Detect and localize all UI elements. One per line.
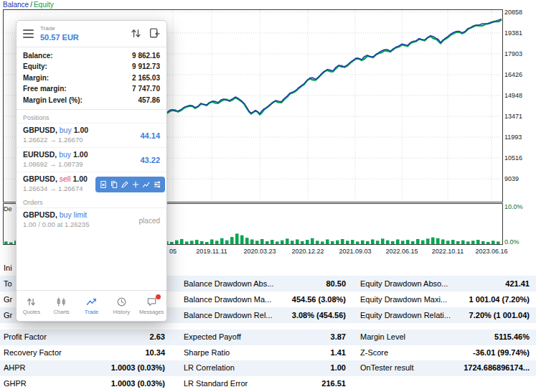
y-tick: 19381 (504, 29, 535, 37)
quotes-icon (26, 297, 37, 307)
new-order-icon[interactable] (149, 27, 161, 39)
stats-cell: LR Correlation1.00 (169, 360, 354, 376)
stat-label: Equity Drawdown Relati... (360, 307, 451, 323)
stats-row: AHPR1.0003 (0.03%)LR Correlation1.00OnTe… (0, 360, 536, 376)
stats-cell: Recovery Factor10.34 (0, 345, 169, 361)
stat-label: Sharpe Ratio (184, 345, 230, 361)
stats-cell: OnTester result1724.686896174... (354, 360, 536, 376)
stat-label: Balance Drawdown Abs... (184, 276, 273, 291)
stat-value: 2.63 (150, 330, 165, 345)
orders-section-header: Orders (17, 196, 166, 207)
account-header-value: 50.57 EUR (40, 33, 79, 42)
positions-section-header: Positions (17, 111, 166, 123)
position-direction: sell (60, 174, 71, 183)
position-volume: 1.00 (74, 126, 88, 134)
stats-row: Profit Factor2.63Expected Payoff3.87Marg… (0, 330, 536, 345)
stat-label: Z-Score (360, 345, 388, 361)
order-type: buy limit (60, 210, 88, 219)
chart-icon[interactable] (142, 180, 151, 189)
drawdown-axis-bottom: 0.0% (504, 238, 535, 246)
trade-icon (86, 297, 97, 307)
stats-cell: Balance Drawdown Abs...80.50 (169, 276, 354, 291)
sort-deals-icon[interactable] (130, 27, 142, 39)
charts-icon (56, 297, 67, 307)
position-volume: 1.00 (72, 174, 87, 183)
order-status: placed (139, 216, 160, 224)
position-prices: 1.26622 → 1.26670 (23, 136, 160, 144)
stat-value: 454.56 (3.08%) (292, 291, 346, 307)
account-row-free-margin: Free margin:7 747.70 (17, 83, 166, 95)
stat-label: To (4, 276, 12, 291)
tab-history[interactable]: History (106, 291, 136, 321)
stats-cell: Sharpe Ratio1.41 (169, 345, 354, 361)
details-filter-icon[interactable] (153, 180, 161, 189)
y-tick: 17903 (504, 50, 535, 57)
stat-value: 421.41 (505, 276, 530, 291)
divider (17, 109, 166, 110)
modify-position-icon[interactable] (121, 180, 129, 189)
menu-icon[interactable] (23, 29, 34, 38)
stats-cell: Margin Level5115.46% (354, 330, 536, 345)
messages-badge (156, 294, 161, 299)
x-tick: 2020.12.22 (283, 248, 333, 255)
account-row-equity: Equity:9 912.73 (17, 61, 166, 73)
account-row-margin: Margin:2 165.03 (17, 73, 166, 84)
position-row[interactable]: EURUSD, buy 1.00 1.08692 → 1.08739 43.22 (17, 147, 166, 172)
drawdown-axis-top: 10.0% (504, 203, 535, 210)
y-tick: 9039 (504, 175, 535, 182)
order-row[interactable]: GBPUSD, buy limit 1.00 / 0.00 at 1.26235… (17, 207, 166, 232)
x-tick: 2019.11.11 (187, 248, 237, 255)
stat-value: -36.01 (99.74%) (473, 345, 530, 361)
drawdown-left-label-fragment: De (4, 205, 12, 213)
stat-label: Equity Drawdown Maxi... (360, 291, 447, 307)
stats-cell: Profit Factor2.63 (0, 330, 169, 345)
stats-cell: GHPR1.0003 (0.03%) (0, 376, 169, 392)
stat-label: Balance Drawdown Rel... (184, 307, 273, 323)
account-row-margin-level: Margin Level (%):457.86 (17, 95, 166, 106)
stat-label: OnTester result (360, 360, 414, 376)
tab-messages[interactable]: Messages (136, 291, 166, 321)
tab-label: Messages (139, 309, 164, 315)
stats-cell (169, 260, 354, 276)
x-tick: 2023.06.16 (466, 248, 517, 255)
stats-cell: Equity Drawdown Abso...421.41 (354, 276, 536, 291)
stats-table-ratios: Profit Factor2.63Expected Payoff3.87Marg… (0, 330, 536, 392)
stat-label: Margin Level (360, 330, 405, 345)
chart-legend: Balance/Equity (3, 1, 54, 9)
close-position-icon[interactable] (99, 180, 108, 189)
divider (17, 47, 166, 47)
history-icon (116, 297, 127, 307)
stat-label: Gr (4, 291, 12, 307)
position-row[interactable]: GBPUSD, buy 1.00 1.26622 → 1.26670 44.14 (17, 123, 166, 147)
position-symbol: GBPUSD, (23, 126, 57, 134)
stat-value: 1.41 (331, 345, 346, 361)
position-direction: buy (59, 150, 71, 159)
stat-value: 3.87 (331, 330, 346, 345)
bottom-tab-bar: Quotes Charts Trade History Messages (17, 290, 166, 321)
y-tick: 16426 (504, 71, 535, 78)
stats-cell: AHPR1.0003 (0.03%) (0, 360, 169, 376)
position-profit: 43.22 (140, 156, 160, 164)
legend-equity: Equity (34, 1, 54, 9)
position-row-selected[interactable]: GBPUSD, sell 1.00 1.26634 → 1.26674 (17, 172, 166, 196)
trade-panel-header: Trade 50.57 EUR (17, 21, 166, 45)
add-order-icon[interactable] (131, 180, 140, 189)
stat-value: 1 001.04 (7.20%) (469, 291, 530, 307)
stats-row: GHPR1.0003 (0.03%)LR Standard Error216.5… (0, 376, 536, 392)
tab-label: Quotes (23, 309, 40, 315)
position-volume: 1.00 (73, 150, 88, 159)
stat-label: GHPR (4, 376, 27, 392)
y-tick: 10516 (504, 154, 535, 162)
y-tick: 20858 (504, 9, 535, 16)
x-tick: 2021.09.03 (330, 248, 380, 255)
stat-label: Equity Drawdown Abso... (360, 276, 448, 291)
y-tick: 11993 (504, 134, 535, 141)
tab-quotes[interactable]: Quotes (17, 291, 47, 321)
stat-label: LR Correlation (184, 360, 235, 376)
stat-label: Expected Payoff (184, 330, 241, 345)
tab-trade[interactable]: Trade (77, 291, 107, 321)
tab-charts[interactable]: Charts (47, 291, 77, 321)
duplicate-position-icon[interactable] (110, 180, 118, 189)
legend-balance: Balance (3, 1, 29, 9)
trade-panel-popup: Trade 50.57 EUR Balance:9 862.16 Equity:… (16, 20, 167, 322)
